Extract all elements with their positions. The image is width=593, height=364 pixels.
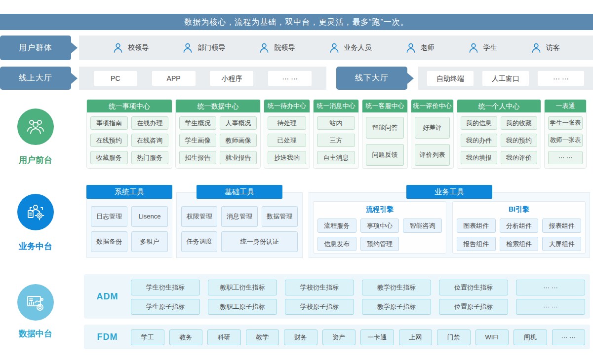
indicator-chip: 教职工原子指标 [208,299,277,315]
basic-tools-body: 权限管理 消息管理 数据管理 任务调度 统一身份认证 [176,192,303,258]
group-header: 系统工具 [86,185,172,199]
col-todo-center: 统一待办中心 待处理已处理抄送我的 [264,99,310,169]
adm-rows: 学生衍生指标教职工衍生指标学校衍生指标教学衍生指标位置衍生指标··· ··· 学… [131,280,585,315]
indicator-chip: ··· ··· [516,299,585,315]
offline-hall-label: 线下大厅 [336,67,407,90]
tool-chip: 权限管理 [181,206,217,227]
online-channel-chip: 小程序 [210,71,253,86]
tool-chip: 统一身份认证 [221,231,298,252]
user-group-name: 部门领导 [198,43,225,52]
offline-channel-chip: ··· ··· [538,71,584,86]
tool-chip: 多租户 [131,231,168,252]
system-tools-group: 系统工具 日志管理Lisence数据备份多租户 [86,185,172,258]
col-personal-center: 统一个人中心 我的信息我的收藏我的办件我的预约我的填报我的评价 [457,99,541,169]
service-chip: 我的预约 [501,134,537,147]
engine-chip: 智能咨询 [403,218,442,233]
data-circle-icon [17,284,54,321]
indicator-chip: 学校衍生指标 [285,280,354,295]
user-icon [468,42,479,54]
frontend-section: 统一事项中心 事项指南在线办理在线预约在线咨询收藏服务热门服务 统一数据中心 学… [86,99,587,169]
indicator-chip: 学校原子指标 [285,299,354,315]
indicator-chip: 学生衍生指标 [131,280,200,295]
engine-chip: 事项中心 [360,218,399,233]
engine-chip: 大屏组件 [542,237,581,251]
group-header: 业务工具 [406,185,492,199]
service-chip: 学生一张表 [548,116,583,130]
frontend-rail-label: 用户前台 [0,154,71,166]
service-chip: 待处理 [268,116,306,130]
user-group-item: 老师 [405,42,435,54]
service-chip: 学生画像 [179,134,216,147]
offline-channel-chip: 自助终端 [427,71,474,86]
service-chip: 热门服务 [131,151,169,164]
indicator-chip: 位置原子指标 [439,299,508,315]
user-icon [328,42,340,54]
indicator-chip: ··· ··· [516,280,585,295]
user-icon [530,42,542,54]
people-icon [25,116,46,137]
user-icon [258,42,270,54]
source-chip: 教务 [169,329,203,345]
service-chip: 在线咨询 [131,134,169,147]
slogan-banner: 数据为核心，流程为基础，双中台，更灵活，最多“跑”一次。 [0,14,593,30]
indicator-chip: 教学原子指标 [362,299,431,315]
data-rail-label: 数据中台 [0,328,71,339]
service-chip: 三方 [317,134,355,147]
source-chip: 闸机 [514,329,547,345]
user-icon [182,42,194,54]
column-header: 统一个人中心 [457,100,541,112]
source-chip: WIFI [475,329,509,345]
service-chip: 招生报告 [179,151,216,164]
fdm-label: FDM [84,325,131,349]
service-chip: 问题反馈 [366,144,404,166]
offline-channel-chip: 人工窗口 [482,71,529,86]
user-group-item: 访客 [530,42,560,54]
column-header: 统一消息中心 [314,100,358,112]
user-icon [405,42,417,54]
service-chip: 站内 [317,116,355,130]
service-chip: 人事概况 [220,116,257,130]
service-chip: 我的评价 [501,151,537,164]
online-channel-chip: PC [94,71,137,86]
engine-title: BI引擎 [457,205,581,214]
service-chip: 就业报告 [220,151,257,164]
user-groups-band: 校领导 部门领导 院领导 [79,36,593,60]
engine-title: 流程引擎 [317,205,442,214]
service-chip: 我的办件 [461,134,497,147]
service-chip: 自主消息 [317,151,355,164]
service-chip: 学生概况 [179,116,216,130]
engine-chip: 信息发布 [317,237,356,251]
indicator-chip: 教学衍生指标 [362,280,431,295]
service-chip: 抄送我的 [268,151,306,164]
tool-chip: 日志管理 [91,206,127,227]
service-chip: ··· ··· [548,151,583,164]
source-chip: 科研 [207,329,241,345]
engine-chip: 分析组件 [500,218,539,233]
indicator-chip: 学生原子指标 [131,299,200,315]
service-chip: 收藏服务 [90,151,128,164]
service-chip: 好差评 [415,117,450,139]
source-chip: 教学 [246,329,279,345]
source-chip: 一卡通 [360,329,394,345]
service-chip: 事项指南 [90,116,128,130]
business-rail-label: 业务中台 [0,241,71,252]
process-gear-icon [25,202,46,222]
col-one-table: 一表通 学生一张表教师一张表··· ··· [544,99,587,169]
column-header: 统一待办中心 [264,100,310,112]
user-group-name: 业务人员 [344,43,372,52]
column-header: 统一事项中心 [87,100,172,112]
engine-chip: 报表组件 [542,218,581,233]
source-chip: ··· ··· [552,329,586,345]
col-message-center: 统一消息中心 站内三方自主消息 [313,99,359,169]
col-service-center: 统一客服中心 智能问答问题反馈 [362,99,408,169]
service-chip: 评价列表 [415,144,450,166]
indicator-chip: 教职工衍生指标 [208,280,277,295]
offline-hall-band: 自助终端 人工窗口 ··· ··· [418,67,593,90]
basic-tools-group: 基础工具 权限管理 消息管理 数据管理 任务调度 统一身份认证 [176,185,303,258]
adm-label: ADM [84,274,131,319]
fdm-band: FDM 学工教务科研教学财务资产一卡通上网门禁WIFI闸机··· ··· [84,325,590,349]
user-group-name: 老师 [421,43,435,52]
engine-chip: 检索组件 [500,237,539,251]
engine-chip: 流程服务 [317,218,356,233]
service-chip: 在线办理 [131,116,169,130]
